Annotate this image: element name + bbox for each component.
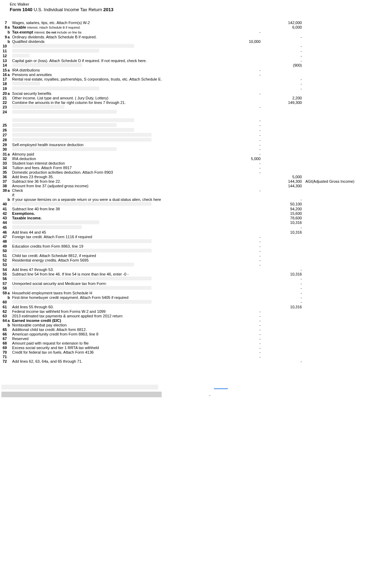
line-col1-value (215, 286, 262, 291)
line-sublabel (8, 272, 12, 277)
line-number: 31 (0, 152, 8, 157)
footer-blue-redact: ▬▬▬▬ (214, 386, 228, 390)
taxpayer-name: Eric Walker (10, 2, 370, 6)
line-col2-value: - (262, 277, 303, 281)
form-line-row: 38Amount from line 37 (adjusted gross in… (0, 184, 370, 188)
redacted-text (12, 277, 152, 280)
line-number: 53 (0, 263, 8, 267)
line-col2-value (262, 244, 303, 249)
line-number: 19 (0, 86, 8, 91)
line-col1-value (215, 193, 262, 197)
redacted-text (12, 239, 152, 243)
line-side-note (303, 77, 370, 82)
form-line-row: 21Other income. List type and amount. ( … (0, 96, 370, 100)
line-sublabel (8, 110, 12, 115)
line-col2-value (262, 327, 303, 332)
line-sublabel (8, 105, 12, 110)
line-number: 63 (0, 314, 8, 318)
line-sublabel: b (8, 39, 12, 44)
form-line-row: 48- (0, 239, 370, 244)
line-sublabel (8, 138, 12, 143)
line-side-note (303, 170, 370, 175)
line-sublabel (8, 202, 12, 207)
form-line-row: 54Add lines 47 through 53.- (0, 267, 370, 272)
line-side-note (303, 35, 370, 39)
line-number: 12 (0, 54, 8, 59)
line-number: 21 (0, 96, 8, 100)
line-side-note (303, 59, 370, 63)
line-sublabel (8, 230, 12, 235)
line-sublabel (8, 281, 12, 286)
line-side-note (303, 202, 370, 207)
form-line-row: 55Subtract line 54 from line 46. If line… (0, 272, 370, 277)
line-number: 30 (0, 147, 8, 152)
line-sublabel (8, 225, 12, 230)
line-number: 52 (0, 258, 8, 263)
line-col2-value (262, 152, 303, 157)
form-line-row: 41Subtract line 40 from line 3894,200 (0, 207, 370, 211)
line-number: 34 (0, 166, 8, 170)
redacted-text (12, 54, 30, 58)
line-description: IRA distributions (12, 68, 215, 73)
line-side-note (303, 166, 370, 170)
redacted-text (12, 300, 152, 304)
line-side-note (303, 305, 370, 309)
line-side-note (303, 105, 370, 110)
line-col2-value: - (262, 82, 303, 86)
line-description: Other income. List type and amount. ( Ju… (12, 96, 215, 100)
line-col2-value (262, 138, 303, 143)
line-col2-value (262, 143, 303, 147)
line-col1-value: - (215, 235, 262, 239)
line-description (12, 105, 215, 110)
form-line-row: 42Exemptions.15,600 (0, 211, 370, 216)
line-col2-value (262, 346, 303, 350)
line-sublabel (8, 86, 12, 91)
line-number: 29 (0, 143, 8, 147)
line-col1-value: 5,000 (215, 157, 262, 161)
line-sublabel (8, 254, 12, 258)
form-line-row: 11- (0, 49, 370, 54)
line-col2-value: - (262, 77, 303, 82)
line-col1-value: - (215, 323, 262, 327)
line-col1-value (215, 359, 262, 364)
redacted-text (12, 220, 99, 224)
line-description: Add lines 23 through 35. (12, 175, 215, 179)
line-col1-value: - (215, 258, 262, 263)
line-description: First-time homebuyer credit repayment. A… (12, 295, 215, 300)
line-description (12, 63, 215, 68)
form-line-row: 66American opportunity credit from Form … (0, 332, 370, 337)
tax-year: 2013 (103, 7, 114, 12)
line-sublabel (8, 184, 12, 188)
line-col2-value (262, 323, 303, 327)
line-description: Education credits from Form 8863, line 1… (12, 244, 215, 249)
form-line-row: 39aCheck- (0, 188, 370, 193)
line-col1-value (215, 184, 262, 188)
line-description: Amount paid with request for extension t… (12, 341, 215, 346)
line-description (12, 277, 215, 281)
line-col2-value: 5,000 (262, 175, 303, 179)
line-sublabel (8, 350, 12, 355)
line-number: 13 (0, 59, 8, 63)
line-col2-value: - (262, 267, 303, 272)
line-col2-value (262, 147, 303, 152)
line-col2-value: 2,200 (262, 96, 303, 100)
line-col1-value (215, 197, 262, 202)
form-line-row: 16aPensions and annuities- (0, 73, 370, 77)
line-col2-value (262, 39, 303, 44)
line-side-note (303, 286, 370, 291)
form-line-row: bFirst-time homebuyer credit repayment. … (0, 295, 370, 300)
line-side-note (303, 39, 370, 44)
line-number: 9 (0, 35, 8, 39)
line-number: 50 (0, 249, 8, 254)
line-number (0, 295, 8, 300)
redacted-text (12, 225, 82, 229)
line-description: Student loan interest deduction (12, 161, 215, 166)
line-number: 67 (0, 337, 8, 341)
form-line-row: 35Domestic production activities deducti… (0, 170, 370, 175)
line-number: 25 (0, 123, 8, 128)
line-description: 2013 estimated tax payments & amount app… (12, 314, 215, 318)
line-col2-value: - (262, 54, 303, 59)
line-col2-value (262, 355, 303, 359)
line-sublabel (8, 44, 12, 49)
line-sublabel (8, 193, 12, 197)
